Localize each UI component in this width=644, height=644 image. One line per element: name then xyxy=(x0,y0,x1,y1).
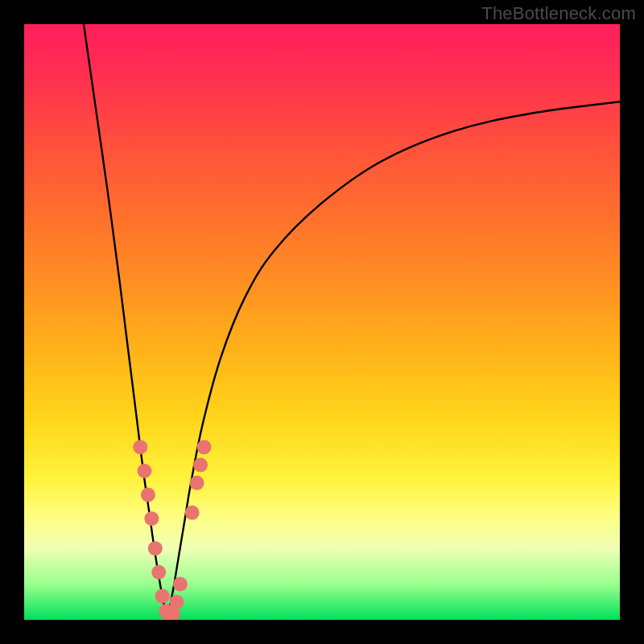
data-dot xyxy=(196,440,211,454)
data-dot xyxy=(190,476,204,490)
data-dot xyxy=(155,588,170,603)
data-dot xyxy=(185,506,200,520)
chart-frame: TheBottleneck.com xyxy=(0,0,644,644)
data-dot xyxy=(169,595,184,609)
data-dot xyxy=(151,565,166,580)
chart-svg xyxy=(24,24,620,620)
data-dot xyxy=(193,458,208,473)
plot-area xyxy=(24,24,620,620)
right-curve xyxy=(167,101,620,620)
data-dot xyxy=(148,541,163,555)
watermark-text: TheBottleneck.com xyxy=(481,3,636,24)
data-dot xyxy=(141,488,155,502)
data-dot xyxy=(133,440,147,454)
data-dot xyxy=(173,577,188,592)
data-dot xyxy=(144,511,159,526)
left-curve xyxy=(84,24,167,620)
data-dot xyxy=(137,464,151,478)
